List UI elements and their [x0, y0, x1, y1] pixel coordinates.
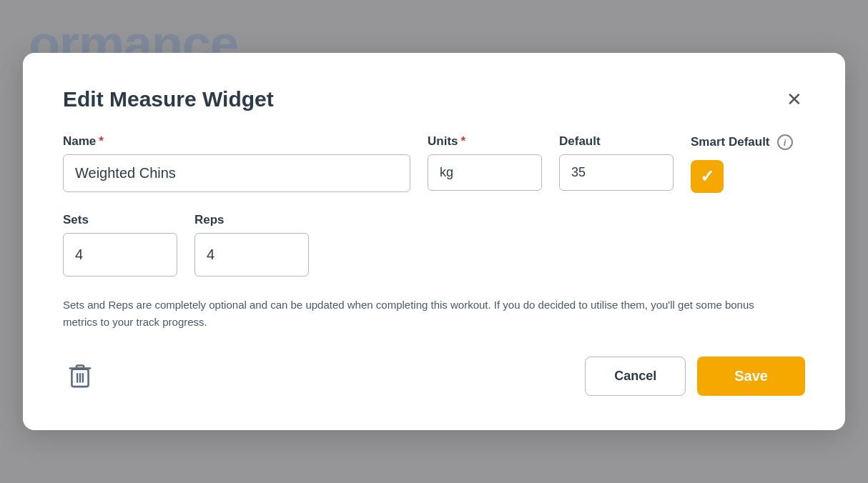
modal-header: Edit Measure Widget ✕ [63, 87, 805, 111]
units-required-star: * [461, 134, 466, 149]
sets-input[interactable] [63, 233, 177, 277]
svg-rect-2 [77, 365, 84, 368]
close-button[interactable]: ✕ [784, 87, 805, 111]
smart-default-label: Smart Default i [691, 134, 793, 150]
default-group: Default [559, 134, 674, 191]
units-label: Units * [428, 134, 542, 149]
modal-title: Edit Measure Widget [63, 87, 274, 111]
smart-default-checkbox-wrapper: ✓ [691, 160, 724, 193]
sets-group: Sets [63, 213, 177, 277]
reps-input[interactable] [194, 233, 309, 277]
footer-right-actions: Cancel Save [585, 357, 805, 396]
units-group: Units * [428, 134, 542, 191]
name-label: Name * [63, 134, 410, 149]
reps-label: Reps [194, 213, 309, 227]
default-label: Default [559, 134, 674, 149]
sets-reps-row: Sets Reps [63, 213, 805, 277]
close-icon: ✕ [786, 90, 802, 109]
checkmark-icon: ✓ [700, 166, 714, 186]
default-input[interactable] [559, 154, 674, 191]
delete-button[interactable] [63, 358, 97, 395]
modal-footer: Cancel Save [63, 357, 805, 396]
info-text: Sets and Reps are completely optional an… [63, 297, 778, 331]
smart-default-group: Smart Default i ✓ [691, 134, 805, 193]
cancel-button[interactable]: Cancel [585, 357, 686, 396]
form-row-top: Name * Units * Default Smart Default i [63, 134, 805, 193]
modal: Edit Measure Widget ✕ Name * Units * Def… [23, 53, 845, 430]
name-input[interactable] [63, 154, 410, 192]
units-input[interactable] [428, 154, 542, 191]
save-button[interactable]: Save [697, 357, 805, 396]
info-icon[interactable]: i [777, 134, 793, 150]
name-required-star: * [99, 134, 104, 149]
smart-default-checkbox-label[interactable]: ✓ [691, 160, 724, 193]
reps-group: Reps [194, 213, 309, 277]
name-group: Name * [63, 134, 410, 192]
sets-label: Sets [63, 213, 177, 227]
trash-icon [69, 364, 92, 389]
